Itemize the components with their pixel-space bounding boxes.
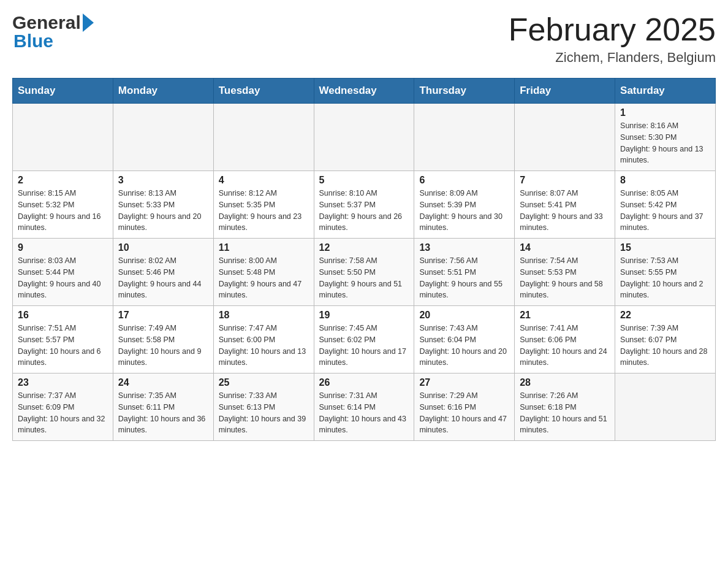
day-number: 13 xyxy=(419,242,509,253)
calendar-cell: 21Sunrise: 7:41 AM Sunset: 6:06 PM Dayli… xyxy=(515,306,615,373)
calendar-cell: 11Sunrise: 8:00 AM Sunset: 5:48 PM Dayli… xyxy=(213,239,314,306)
calendar-cell: 26Sunrise: 7:31 AM Sunset: 6:14 PM Dayli… xyxy=(314,373,414,441)
calendar-cell xyxy=(314,104,414,171)
day-number: 11 xyxy=(219,242,309,253)
calendar-header-saturday: Saturday xyxy=(615,79,716,104)
calendar-cell xyxy=(615,373,716,441)
calendar-cell: 4Sunrise: 8:12 AM Sunset: 5:35 PM Daylig… xyxy=(213,171,314,239)
calendar-cell: 18Sunrise: 7:47 AM Sunset: 6:00 PM Dayli… xyxy=(213,306,314,373)
day-number: 4 xyxy=(219,175,309,186)
day-info: Sunrise: 7:35 AM Sunset: 6:11 PM Dayligh… xyxy=(118,390,208,436)
day-number: 27 xyxy=(419,377,509,388)
day-info: Sunrise: 7:51 AM Sunset: 5:57 PM Dayligh… xyxy=(18,323,108,369)
page-header: General Blue February 2025 Zichem, Fland… xyxy=(12,12,716,66)
day-info: Sunrise: 8:00 AM Sunset: 5:48 PM Dayligh… xyxy=(219,255,309,301)
calendar-cell: 1Sunrise: 8:16 AM Sunset: 5:30 PM Daylig… xyxy=(615,104,716,171)
calendar-cell: 12Sunrise: 7:58 AM Sunset: 5:50 PM Dayli… xyxy=(314,239,414,306)
day-info: Sunrise: 8:16 AM Sunset: 5:30 PM Dayligh… xyxy=(620,120,710,166)
calendar-header-wednesday: Wednesday xyxy=(314,79,414,104)
location-subtitle: Zichem, Flanders, Belgium xyxy=(509,50,716,66)
calendar-cell: 14Sunrise: 7:54 AM Sunset: 5:53 PM Dayli… xyxy=(515,239,615,306)
day-number: 3 xyxy=(118,175,208,186)
calendar-header-thursday: Thursday xyxy=(414,79,515,104)
calendar-week-row: 23Sunrise: 7:37 AM Sunset: 6:09 PM Dayli… xyxy=(13,373,716,441)
calendar-header-row: SundayMondayTuesdayWednesdayThursdayFrid… xyxy=(13,79,716,104)
day-info: Sunrise: 8:02 AM Sunset: 5:46 PM Dayligh… xyxy=(118,255,208,301)
day-number: 22 xyxy=(620,310,710,321)
day-info: Sunrise: 8:07 AM Sunset: 5:41 PM Dayligh… xyxy=(520,188,610,234)
day-number: 21 xyxy=(520,310,610,321)
day-info: Sunrise: 7:37 AM Sunset: 6:09 PM Dayligh… xyxy=(18,390,108,436)
day-info: Sunrise: 8:10 AM Sunset: 5:37 PM Dayligh… xyxy=(319,188,409,234)
day-number: 6 xyxy=(419,175,509,186)
day-info: Sunrise: 7:49 AM Sunset: 5:58 PM Dayligh… xyxy=(118,323,208,369)
calendar-cell: 24Sunrise: 7:35 AM Sunset: 6:11 PM Dayli… xyxy=(113,373,213,441)
calendar-cell: 28Sunrise: 7:26 AM Sunset: 6:18 PM Dayli… xyxy=(515,373,615,441)
calendar-cell: 19Sunrise: 7:45 AM Sunset: 6:02 PM Dayli… xyxy=(314,306,414,373)
calendar-cell: 25Sunrise: 7:33 AM Sunset: 6:13 PM Dayli… xyxy=(213,373,314,441)
calendar-cell: 20Sunrise: 7:43 AM Sunset: 6:04 PM Dayli… xyxy=(414,306,515,373)
day-number: 24 xyxy=(118,377,208,388)
day-number: 18 xyxy=(219,310,309,321)
day-number: 28 xyxy=(520,377,610,388)
logo-general-text: General xyxy=(12,12,81,33)
day-number: 14 xyxy=(520,242,610,253)
day-info: Sunrise: 7:53 AM Sunset: 5:55 PM Dayligh… xyxy=(620,255,710,301)
day-info: Sunrise: 8:09 AM Sunset: 5:39 PM Dayligh… xyxy=(419,188,509,234)
day-info: Sunrise: 8:05 AM Sunset: 5:42 PM Dayligh… xyxy=(620,188,710,234)
calendar-week-row: 1Sunrise: 8:16 AM Sunset: 5:30 PM Daylig… xyxy=(13,104,716,171)
calendar-cell: 3Sunrise: 8:13 AM Sunset: 5:33 PM Daylig… xyxy=(113,171,213,239)
day-number: 9 xyxy=(18,242,108,253)
calendar-cell: 15Sunrise: 7:53 AM Sunset: 5:55 PM Dayli… xyxy=(615,239,716,306)
calendar-week-row: 2Sunrise: 8:15 AM Sunset: 5:32 PM Daylig… xyxy=(13,171,716,239)
calendar-cell: 23Sunrise: 7:37 AM Sunset: 6:09 PM Dayli… xyxy=(13,373,113,441)
calendar-cell: 6Sunrise: 8:09 AM Sunset: 5:39 PM Daylig… xyxy=(414,171,515,239)
day-info: Sunrise: 7:33 AM Sunset: 6:13 PM Dayligh… xyxy=(219,390,309,436)
day-number: 19 xyxy=(319,310,409,321)
day-info: Sunrise: 7:43 AM Sunset: 6:04 PM Dayligh… xyxy=(419,323,509,369)
calendar-cell: 8Sunrise: 8:05 AM Sunset: 5:42 PM Daylig… xyxy=(615,171,716,239)
day-number: 23 xyxy=(18,377,108,388)
calendar-cell xyxy=(113,104,213,171)
day-number: 2 xyxy=(18,175,108,186)
logo-triangle-icon xyxy=(83,13,94,32)
day-number: 10 xyxy=(118,242,208,253)
day-number: 5 xyxy=(319,175,409,186)
calendar-cell: 10Sunrise: 8:02 AM Sunset: 5:46 PM Dayli… xyxy=(113,239,213,306)
calendar-cell xyxy=(213,104,314,171)
day-info: Sunrise: 7:54 AM Sunset: 5:53 PM Dayligh… xyxy=(520,255,610,301)
calendar-cell: 27Sunrise: 7:29 AM Sunset: 6:16 PM Dayli… xyxy=(414,373,515,441)
calendar-cell: 2Sunrise: 8:15 AM Sunset: 5:32 PM Daylig… xyxy=(13,171,113,239)
calendar-cell: 13Sunrise: 7:56 AM Sunset: 5:51 PM Dayli… xyxy=(414,239,515,306)
day-info: Sunrise: 8:13 AM Sunset: 5:33 PM Dayligh… xyxy=(118,188,208,234)
day-number: 26 xyxy=(319,377,409,388)
day-number: 15 xyxy=(620,242,710,253)
day-info: Sunrise: 7:47 AM Sunset: 6:00 PM Dayligh… xyxy=(219,323,309,369)
day-number: 1 xyxy=(620,107,710,118)
day-number: 25 xyxy=(219,377,309,388)
calendar-cell: 16Sunrise: 7:51 AM Sunset: 5:57 PM Dayli… xyxy=(13,306,113,373)
logo: General Blue xyxy=(12,12,94,52)
day-number: 16 xyxy=(18,310,108,321)
calendar-cell xyxy=(13,104,113,171)
day-info: Sunrise: 8:03 AM Sunset: 5:44 PM Dayligh… xyxy=(18,255,108,301)
calendar-table: SundayMondayTuesdayWednesdayThursdayFrid… xyxy=(12,78,716,441)
day-info: Sunrise: 7:58 AM Sunset: 5:50 PM Dayligh… xyxy=(319,255,409,301)
calendar-cell: 17Sunrise: 7:49 AM Sunset: 5:58 PM Dayli… xyxy=(113,306,213,373)
day-info: Sunrise: 7:31 AM Sunset: 6:14 PM Dayligh… xyxy=(319,390,409,436)
day-number: 20 xyxy=(419,310,509,321)
day-info: Sunrise: 7:29 AM Sunset: 6:16 PM Dayligh… xyxy=(419,390,509,436)
calendar-header-tuesday: Tuesday xyxy=(213,79,314,104)
day-number: 8 xyxy=(620,175,710,186)
month-title: February 2025 xyxy=(509,12,716,47)
calendar-cell: 5Sunrise: 8:10 AM Sunset: 5:37 PM Daylig… xyxy=(314,171,414,239)
day-info: Sunrise: 7:45 AM Sunset: 6:02 PM Dayligh… xyxy=(319,323,409,369)
day-info: Sunrise: 8:12 AM Sunset: 5:35 PM Dayligh… xyxy=(219,188,309,234)
day-number: 7 xyxy=(520,175,610,186)
calendar-header-friday: Friday xyxy=(515,79,615,104)
calendar-cell xyxy=(515,104,615,171)
day-number: 17 xyxy=(118,310,208,321)
calendar-cell xyxy=(414,104,515,171)
logo-blue-text: Blue xyxy=(13,31,53,52)
calendar-header-sunday: Sunday xyxy=(13,79,113,104)
